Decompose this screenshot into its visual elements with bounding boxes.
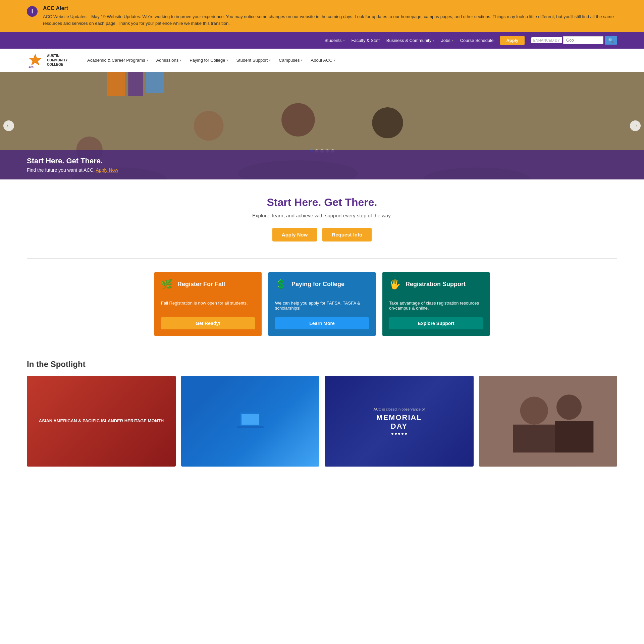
hero-title: Start Here. Get There.	[27, 157, 617, 165]
card-registration-support: 🖐 Registration Support Take advantage of…	[382, 272, 490, 336]
spotlight-card-website[interactable]	[181, 376, 319, 467]
top-nav-course-schedule[interactable]: Course Schedule	[460, 38, 494, 43]
svg-rect-21	[513, 425, 555, 452]
alert-icon: i	[27, 6, 38, 17]
memorial-acc-text: ACC is closed in observance of	[374, 407, 425, 411]
cta-info-button[interactable]: Request Info	[322, 228, 372, 241]
card-register-fall-header: 🌿 Register For Fall	[154, 272, 262, 297]
svg-rect-17	[237, 426, 264, 428]
svg-rect-7	[107, 72, 125, 96]
card-registration-support-title: Registration Support	[406, 281, 466, 288]
card-paying-college-title: Paying for College	[291, 281, 344, 288]
laptop-icon	[237, 411, 264, 431]
cta-buttons: Apply Now Request Info	[27, 228, 617, 241]
card-registration-support-header: 🖐 Registration Support	[382, 272, 490, 297]
hero-apply-link[interactable]: Apply Now	[96, 167, 118, 173]
chevron-down-icon: ▾	[180, 58, 181, 62]
svg-point-12	[372, 107, 403, 138]
card-register-fall-body: Fall Registration is now open for all st…	[154, 297, 262, 317]
main-nav-links: Academic & Career Programs ▾ Admissions …	[84, 55, 617, 65]
chevron-down-icon: ▾	[301, 58, 303, 62]
top-nav-apply-button[interactable]: Apply	[500, 36, 524, 45]
card-register-fall-button[interactable]: Get Ready!	[161, 317, 255, 329]
main-nav-campuses[interactable]: Campuses ▾	[275, 55, 306, 65]
main-nav-about[interactable]: About ACC ▾	[307, 55, 338, 65]
memorial-content: ACC is closed in observance of MEMORIAL …	[374, 407, 425, 435]
top-nav-business[interactable]: Business & Community ▾	[386, 38, 434, 43]
spotlight-section: In the Spotlight ASIAN AMERICAN & PACIFI…	[0, 350, 644, 480]
top-nav: Students ▾ Faculty & Staff Business & Co…	[0, 32, 644, 49]
svg-point-19	[520, 396, 548, 424]
chevron-down-icon: ▾	[269, 58, 271, 62]
card-registration-support-body: Take advantage of class registration res…	[382, 297, 490, 317]
top-nav-faculty[interactable]: Faculty & Staff	[352, 38, 380, 43]
cta-apply-button[interactable]: Apply Now	[272, 228, 317, 241]
svg-point-20	[556, 394, 582, 420]
logo[interactable]: ACC AUSTIN COMMUNITY COLLEGE	[27, 52, 70, 69]
hand-icon: 🖐	[389, 279, 401, 290]
svg-point-14	[492, 117, 521, 146]
search-enhanced-label: ENHANCED BY	[531, 37, 562, 43]
people-scene-svg	[479, 376, 617, 467]
chevron-down-icon: ▾	[226, 58, 228, 62]
svg-rect-18	[479, 376, 617, 467]
hero-prev-button[interactable]: ←	[3, 120, 14, 131]
people-image	[479, 376, 617, 467]
svg-marker-1	[30, 55, 41, 64]
memorial-dots	[374, 433, 425, 435]
main-nav-academic[interactable]: Academic & Career Programs ▾	[84, 55, 152, 65]
spotlight-title: In the Spotlight	[27, 360, 617, 369]
cta-heading: Start Here. Get There.	[27, 196, 617, 209]
money-icon: 💲	[275, 279, 287, 290]
hero-subtitle: Find the future you want at ACC. Apply N…	[27, 167, 617, 173]
svg-text:ACC: ACC	[29, 66, 34, 68]
svg-point-10	[194, 111, 224, 141]
search-bar: ENHANCED BY 🔍	[531, 36, 617, 45]
chevron-down-icon: ▾	[433, 39, 434, 42]
card-register-fall: 🌿 Register For Fall Fall Registration is…	[154, 272, 262, 336]
chevron-down-icon: ▾	[452, 39, 453, 42]
card-paying-college: 💲 Paying for College We can help you app…	[268, 272, 376, 336]
svg-rect-8	[128, 72, 143, 96]
top-nav-students[interactable]: Students ▾	[324, 38, 344, 43]
cta-subtext: Explore, learn, and achieve with support…	[27, 213, 617, 218]
hero-next-button[interactable]: →	[630, 120, 641, 131]
search-button[interactable]: 🔍	[605, 36, 617, 45]
card-paying-college-header: 💲 Paying for College	[268, 272, 376, 297]
memorial-day: DAY	[374, 422, 425, 431]
device-image	[181, 376, 319, 467]
svg-rect-22	[555, 421, 594, 452]
card-register-fall-title: Register For Fall	[177, 281, 225, 288]
svg-point-11	[281, 103, 315, 137]
hero-overlay: Start Here. Get There. Find the future y…	[0, 150, 644, 179]
leaf-icon: 🌿	[161, 279, 173, 290]
card-paying-college-button[interactable]: Learn More	[275, 317, 369, 329]
main-nav: ACC AUSTIN COMMUNITY COLLEGE Academic & …	[0, 49, 644, 72]
card-paying-college-body: We can help you apply for FAFSA, TASFA &…	[268, 297, 376, 317]
chevron-down-icon: ▾	[343, 39, 345, 42]
main-nav-paying[interactable]: Paying for College ▾	[186, 55, 231, 65]
alert-title: ACC Alert	[43, 5, 617, 11]
spotlight-card-aapi[interactable]: ASIAN AMERICAN & PACIFIC ISLANDER HERITA…	[27, 376, 176, 467]
hero-slider: ← → Start Here. Get There. Find the futu…	[0, 72, 644, 179]
card-registration-support-button[interactable]: Explore Support	[389, 317, 483, 329]
acc-logo-icon: ACC	[27, 52, 44, 69]
chevron-down-icon: ▾	[147, 58, 148, 62]
alert-content: ACC Alert ACC Website Updates – May 19 W…	[43, 5, 617, 26]
chevron-down-icon: ▾	[334, 58, 335, 62]
logo-text: AUSTIN COMMUNITY COLLEGE	[47, 54, 70, 67]
alert-bar: i ACC Alert ACC Website Updates – May 19…	[0, 0, 644, 32]
spotlight-card-memorial[interactable]: ACC is closed in observance of MEMORIAL …	[325, 376, 474, 467]
main-nav-student-support[interactable]: Student Support ▾	[233, 55, 274, 65]
main-nav-admissions[interactable]: Admissions ▾	[153, 55, 185, 65]
alert-text: ACC Website Updates – May 19 Website Upd…	[43, 13, 617, 26]
top-nav-jobs[interactable]: Jobs ▾	[441, 38, 453, 43]
top-nav-links: Students ▾ Faculty & Staff Business & Co…	[27, 36, 617, 45]
spotlight-card-people[interactable]	[479, 376, 617, 467]
spotlight-aapi-text: ASIAN AMERICAN & PACIFIC ISLANDER HERITA…	[39, 418, 164, 424]
svg-rect-16	[241, 414, 259, 425]
search-input[interactable]	[563, 36, 603, 44]
cta-section: Start Here. Get There. Explore, learn, a…	[0, 179, 644, 258]
svg-rect-9	[146, 72, 164, 93]
spotlight-grid: ASIAN AMERICAN & PACIFIC ISLANDER HERITA…	[27, 376, 617, 467]
